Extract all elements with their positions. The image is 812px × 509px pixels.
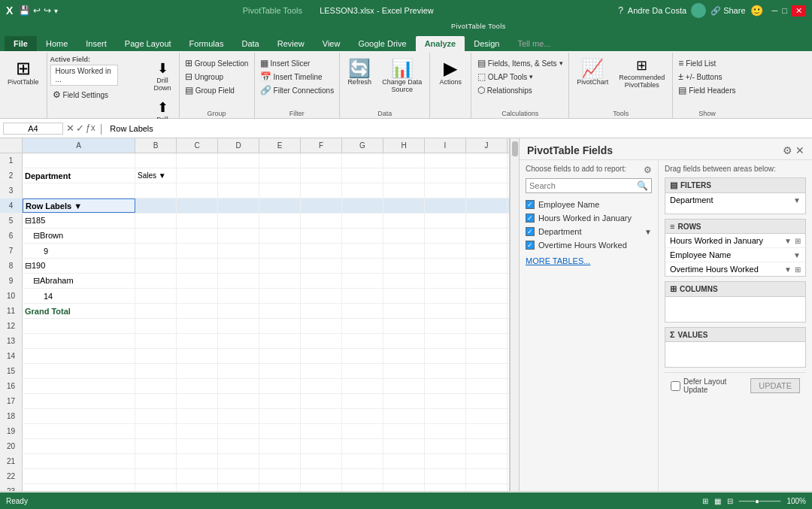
smiley-icon[interactable]: 🙂 bbox=[750, 5, 763, 17]
cell-a9[interactable]: ⊟Abraham bbox=[23, 274, 135, 288]
cell-i2[interactable] bbox=[425, 168, 466, 183]
cell-c17[interactable] bbox=[177, 394, 218, 408]
cell-i7[interactable] bbox=[425, 244, 466, 258]
tab-insert[interactable]: Insert bbox=[77, 36, 116, 51]
pivot-field-overtime[interactable]: ✓ Overtime Hours Worked bbox=[520, 238, 658, 252]
tab-review[interactable]: Review bbox=[268, 36, 314, 51]
pivot-field-department[interactable]: ✓ Department ▼ bbox=[520, 225, 658, 238]
relationships-btn[interactable]: ⬡ Relationships bbox=[475, 84, 565, 96]
cell-h2[interactable] bbox=[383, 168, 425, 183]
cell-f21[interactable] bbox=[301, 454, 342, 468]
col-header-g[interactable]: G bbox=[342, 138, 383, 153]
group-selection-btn[interactable]: ⊞ Group Selection bbox=[183, 57, 251, 69]
cell-d23[interactable] bbox=[218, 484, 259, 491]
cell-b21[interactable] bbox=[135, 454, 177, 468]
minimize-btn[interactable]: ─ bbox=[772, 6, 778, 15]
cell-f17[interactable] bbox=[301, 394, 342, 408]
cell-j15[interactable] bbox=[466, 364, 508, 378]
cell-d5[interactable] bbox=[218, 214, 259, 228]
cell-g3[interactable] bbox=[342, 183, 383, 198]
cell-e19[interactable] bbox=[259, 424, 301, 438]
cell-b12[interactable] bbox=[135, 319, 177, 333]
pivottable-btn[interactable]: ⊞ PivotTable bbox=[3, 56, 44, 89]
cell-e8[interactable] bbox=[259, 259, 301, 273]
cell-e23[interactable] bbox=[259, 484, 301, 491]
col-header-a[interactable]: A bbox=[23, 138, 135, 153]
cell-d12[interactable] bbox=[218, 319, 259, 333]
cell-d17[interactable] bbox=[218, 394, 259, 408]
pivot-row-item-hoursworked[interactable]: Hours Worked in January ▼ ⊞ bbox=[665, 234, 805, 248]
cell-a5[interactable]: ⊟185 bbox=[23, 214, 135, 228]
cell-d6[interactable] bbox=[218, 229, 259, 243]
tab-analyze[interactable]: Analyze bbox=[416, 36, 465, 51]
cell-c5[interactable] bbox=[177, 214, 218, 228]
pivot-field-department-checkbox[interactable]: ✓ bbox=[526, 227, 535, 236]
cell-j21[interactable] bbox=[466, 454, 508, 468]
cell-j5[interactable] bbox=[466, 214, 508, 228]
cell-e14[interactable] bbox=[259, 349, 301, 363]
help-icon[interactable]: ? bbox=[618, 5, 623, 16]
col-header-d[interactable]: D bbox=[218, 138, 259, 153]
cell-e3[interactable] bbox=[259, 183, 301, 198]
cell-h21[interactable] bbox=[383, 454, 425, 468]
col-header-i[interactable]: I bbox=[425, 138, 466, 153]
cell-d21[interactable] bbox=[218, 454, 259, 468]
cell-h17[interactable] bbox=[383, 394, 425, 408]
pivot-area-values-content[interactable] bbox=[665, 342, 806, 368]
pivot-row-employee-arrow[interactable]: ▼ bbox=[793, 251, 801, 259]
cell-b4[interactable] bbox=[135, 198, 177, 213]
cell-d3[interactable] bbox=[218, 183, 259, 198]
cell-f8[interactable] bbox=[301, 259, 342, 273]
tab-pagelayout[interactable]: Page Layout bbox=[116, 36, 180, 51]
cell-i19[interactable] bbox=[425, 424, 466, 438]
pivot-search-row[interactable]: 🔍 bbox=[526, 178, 652, 193]
cell-h20[interactable] bbox=[383, 439, 425, 453]
drill-down-btn[interactable]: ⬇ DrillDown bbox=[150, 59, 176, 95]
cell-i16[interactable] bbox=[425, 379, 466, 393]
cell-e7[interactable] bbox=[259, 244, 301, 258]
cell-c4[interactable] bbox=[177, 198, 218, 213]
cell-c9[interactable] bbox=[177, 274, 218, 288]
close-btn[interactable]: ✕ bbox=[792, 5, 806, 17]
pivot-search-input[interactable] bbox=[529, 181, 637, 190]
cell-a22[interactable] bbox=[23, 469, 135, 483]
cell-i5[interactable] bbox=[425, 214, 466, 228]
cell-g13[interactable] bbox=[342, 334, 383, 348]
page-layout-icon[interactable]: ▦ bbox=[714, 497, 721, 505]
pivot-panel-close-btn[interactable]: ✕ bbox=[795, 144, 804, 156]
cell-g5[interactable] bbox=[342, 214, 383, 228]
cell-c13[interactable] bbox=[177, 334, 218, 348]
cell-i9[interactable] bbox=[425, 274, 466, 288]
cell-b20[interactable] bbox=[135, 439, 177, 453]
pivot-filter-item-department[interactable]: Department ▼ bbox=[665, 193, 805, 207]
tab-formulas[interactable]: Formulas bbox=[180, 36, 233, 51]
cell-h10[interactable] bbox=[383, 289, 425, 303]
cell-g6[interactable] bbox=[342, 229, 383, 243]
cell-c6[interactable] bbox=[177, 229, 218, 243]
cell-j7[interactable] bbox=[466, 244, 508, 258]
cell-i17[interactable] bbox=[425, 394, 466, 408]
cell-i12[interactable] bbox=[425, 319, 466, 333]
pivot-row-overtime-expand[interactable]: ⊞ bbox=[795, 265, 801, 274]
cell-g22[interactable] bbox=[342, 469, 383, 483]
cell-c1[interactable] bbox=[177, 153, 218, 168]
page-break-icon[interactable]: ⊟ bbox=[727, 497, 733, 505]
cell-i14[interactable] bbox=[425, 349, 466, 363]
fields-items-btn[interactable]: ▤ Fields, Items, & Sets ▾ bbox=[475, 57, 565, 69]
cell-f16[interactable] bbox=[301, 379, 342, 393]
cell-g7[interactable] bbox=[342, 244, 383, 258]
cell-j4[interactable] bbox=[466, 198, 508, 213]
cell-b16[interactable] bbox=[135, 379, 177, 393]
cell-d16[interactable] bbox=[218, 379, 259, 393]
cell-a15[interactable] bbox=[23, 364, 135, 378]
cell-e12[interactable] bbox=[259, 319, 301, 333]
cell-j1[interactable] bbox=[466, 153, 508, 168]
cell-i15[interactable] bbox=[425, 364, 466, 378]
cell-h8[interactable] bbox=[383, 259, 425, 273]
cell-c14[interactable] bbox=[177, 349, 218, 363]
cell-d10[interactable] bbox=[218, 289, 259, 303]
cell-h5[interactable] bbox=[383, 214, 425, 228]
cell-a14[interactable] bbox=[23, 349, 135, 363]
more-tables-link[interactable]: MORE TABLES... bbox=[520, 252, 658, 270]
confirm-formula-btn[interactable]: ✓ bbox=[76, 123, 84, 134]
